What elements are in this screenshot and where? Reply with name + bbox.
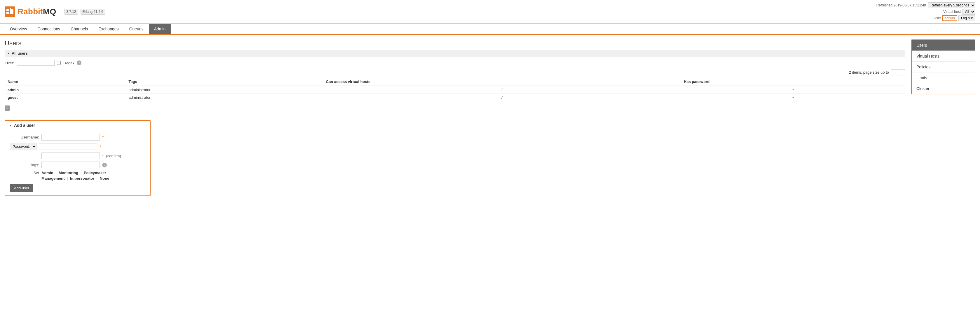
user-name-cell[interactable]: admin [5,86,126,94]
username-required: * [102,135,103,140]
password-row: Password: * [10,143,145,150]
table-body: adminadministrator/•guestadministrator/• [5,86,905,101]
version-badge: 3.7.12 [64,9,78,14]
table-help-icon[interactable]: ? [5,106,10,111]
page-size-input[interactable]: 100 [891,69,905,75]
nav-item-admin[interactable]: Admin [149,24,171,34]
version-info: 3.7.12 Erlang 21.2.6 [64,9,105,14]
svg-rect-4 [6,12,9,14]
svg-rect-2 [10,8,11,10]
vhost-label: Virtual host [943,10,961,14]
user-tags-cell: administrator [126,86,323,94]
items-info: 2 items, page size up to [849,70,889,75]
add-user-section: ▼ Add a user Username: * Password: * [5,120,151,196]
tag-none-link[interactable]: None [100,176,110,181]
sidebar-item-policies[interactable]: Policies [912,62,975,72]
tag-management-link[interactable]: Management [41,176,65,181]
tag-monitoring-link[interactable]: Monitoring [59,171,78,175]
collapse-triangle-icon[interactable]: ▼ [7,52,10,55]
add-user-header: ▼ Add a user [5,121,150,130]
all-users-section: ▼ All users Filter: Regex ? 2 items, pag… [5,50,905,111]
refresh-select[interactable]: Refresh every 5 seconds [928,2,975,8]
tags-label: Tags: [10,163,39,167]
table-row: guestadministrator/• [5,94,905,101]
regex-help-icon[interactable]: ? [77,61,81,65]
password-confirm-row: * (confirm) [10,152,145,159]
svg-rect-3 [10,10,13,14]
logo: RabbitMQ 3.7.12 Erlang 21.2.6 [5,6,105,17]
user-label: User [934,16,941,20]
user-haspassword-cell: • [681,94,905,101]
page-title: Users [5,40,905,47]
sidebar-item-virtual-hosts[interactable]: Virtual Hosts [912,51,975,62]
filter-input[interactable] [17,60,54,66]
logo-text: RabbitMQ [18,7,56,16]
tags-row: Tags: ? [10,162,145,168]
col-header-tags: Tags [126,78,323,86]
table-header-row: NameTagsCan access virtual hostsHas pass… [5,78,905,86]
refresh-row: Refreshed 2019-03-07 15:21:40 Refresh ev… [877,2,975,8]
nav-item-exchanges[interactable]: Exchanges [93,24,124,34]
svg-rect-1 [6,10,9,11]
add-user-title: Add a user [14,123,35,128]
main-content: Users ▼ All users Filter: Regex ? 2 item… [5,40,905,196]
tag-admin-link[interactable]: Admin [41,171,53,175]
add-user-button[interactable]: Add user [10,184,33,192]
table-head: NameTagsCan access virtual hostsHas pass… [5,78,905,86]
page-size-row: 2 items, page size up to 100 [5,69,905,75]
tag-policymaker-link[interactable]: Policymaker [84,171,106,175]
user-vhosts-cell: / [323,86,681,94]
header: RabbitMQ 3.7.12 Erlang 21.2.6 Refreshed … [0,0,980,24]
tags-help-icon[interactable]: ? [102,163,107,167]
nav-item-connections[interactable]: Connections [32,24,65,34]
username-row: Username: * [10,134,145,141]
add-user-collapse-icon[interactable]: ▼ [9,124,12,127]
sep2: | [81,171,81,175]
user-tags-cell: administrator [126,94,323,101]
nav-item-queues[interactable]: Queues [124,24,149,34]
rabbitmq-logo-icon [5,6,15,17]
main-navigation: OverviewConnectionsChannelsExchangesQueu… [0,24,980,35]
nav-item-channels[interactable]: Channels [65,24,93,34]
password-input[interactable] [39,143,97,150]
user-link[interactable]: admin [942,15,957,21]
vhost-select[interactable]: All [963,9,975,14]
main-layout: Users ▼ All users Filter: Regex ? 2 item… [0,35,980,201]
password-confirm-input[interactable] [41,152,100,159]
filter-row: Filter: Regex ? [5,60,905,66]
tags-input[interactable] [41,162,100,168]
filter-label: Filter: [5,61,14,65]
all-users-header: ▼ All users [5,50,905,57]
username-input[interactable] [41,134,100,141]
sidebar-item-cluster[interactable]: Cluster [912,83,975,94]
set-tags-row2: Management | Impersonator | None [10,176,145,181]
col-header-can-access-virtual-hosts: Can access virtual hosts [323,78,681,86]
tag-links-row1: Admin | Monitoring | Policymaker [41,171,106,175]
col-header-has-password: Has password [681,78,905,86]
user-haspassword-cell: • [681,86,905,94]
set-tags-row1: Set Admin | Monitoring | Policymaker [10,171,145,175]
table-row: adminadministrator/• [5,86,905,94]
password-type-select[interactable]: Password: [10,143,37,150]
sep1: | [56,171,56,175]
tag-impersonator-link[interactable]: Impersonator [70,176,94,181]
sidebar: UsersVirtual HostsPoliciesLimitsCluster [911,40,975,196]
regex-label: Regex [64,61,75,65]
confirm-text: (confirm) [106,154,121,158]
logout-button[interactable]: Log out [958,15,975,21]
user-name-cell[interactable]: guest [5,94,126,101]
sidebar-box: UsersVirtual HostsPoliciesLimitsCluster [911,40,975,94]
users-table: NameTagsCan access virtual hostsHas pass… [5,78,905,101]
user-row: User admin Log out [877,15,975,21]
password-required: * [100,144,101,149]
vhost-row: Virtual host All [877,9,975,14]
nav-item-overview[interactable]: Overview [5,24,32,34]
tag-links-row2: Management | Impersonator | None [41,176,109,181]
user-vhosts-cell: / [323,94,681,101]
sidebar-item-limits[interactable]: Limits [912,72,975,83]
col-header-name: Name [5,78,126,86]
sep4: | [97,176,97,181]
sidebar-item-users[interactable]: Users [912,40,975,51]
regex-checkbox[interactable] [57,61,61,65]
all-users-label: All users [12,51,28,56]
